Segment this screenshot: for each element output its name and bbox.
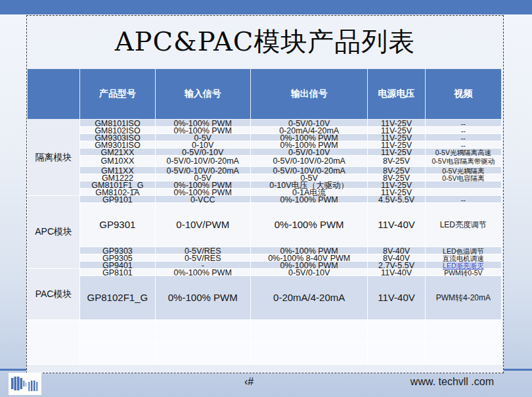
header-row: 产品型号输入信号输出信号电源电压视频: [28, 69, 502, 120]
cell-video: 0-5V电容隔离: [425, 174, 501, 181]
group-label: 隔离模块: [28, 120, 80, 196]
cell-output: 0-5V/0-10V/0-20mA: [250, 156, 367, 167]
cell-video: --: [425, 196, 501, 203]
cell-voltage: 11V-25V: [368, 181, 425, 189]
cell-video: PWM转4-20mA: [425, 276, 501, 320]
cell-model: [80, 320, 155, 342]
cell-input: 0-5V/0-10V: [155, 149, 250, 156]
group-label: [28, 320, 80, 365]
website-url: www. techvll .com: [410, 376, 494, 388]
cell-voltage: 11V-25V: [368, 189, 425, 196]
cell-input: 0-5V: [155, 134, 250, 141]
cell-model: GM1222: [80, 174, 155, 181]
table-row: 隔离模块GM8101ISO0%-100% PWM0-5V/0-10V11V-25…: [28, 120, 502, 127]
cell-voltage: 8V-25V: [368, 174, 425, 181]
cell-video: LED亮度调节: [425, 203, 501, 247]
cell-video[interactable]: LED渐亮渐灭: [425, 262, 501, 269]
cell-video: 0-5V光耦隔离: [425, 167, 501, 174]
cell-model: GM9303ISO: [80, 134, 155, 141]
cell-voltage: 11V-25V: [368, 134, 425, 141]
cell-voltage: 8V-25V: [368, 167, 425, 174]
cell-voltage: 8V-40V: [368, 254, 425, 262]
table-row: [28, 342, 502, 365]
column-header: 输入信号: [155, 69, 250, 120]
cell-input: [155, 342, 250, 365]
cell-video: PWM转0-5V: [425, 269, 501, 276]
table-row: GP93030-5V/RES0%-100% PWM8V-40VLED色温调节: [28, 247, 502, 254]
cell-voltage: 8V-25V: [368, 156, 425, 167]
cell-voltage: 11V-25V: [368, 120, 425, 127]
cell-voltage: 4.5V-5.5V: [368, 196, 425, 203]
content-placeholder: APC&PAC模块产品列表 产品型号输入信号输出信号电源电压视频 隔离模块GM8…: [26, 15, 504, 373]
cell-input: 0-5V/0-10V/0-20mA: [155, 167, 250, 174]
table-row: GP8102F1_G0%-100% PWM0-20mA/4-20mA11V-40…: [28, 276, 502, 320]
group-label: PAC模块: [28, 269, 80, 320]
cell-model: GP9303: [80, 247, 155, 254]
cell-output: 0%-100% PWM: [250, 134, 367, 141]
cell-model: GM8101ISO: [80, 120, 155, 127]
cell-input: 0%-100% PWM: [155, 127, 250, 134]
cell-video: [425, 342, 501, 365]
cell-video: --: [425, 127, 501, 134]
cell-output: 0%-100% PWM: [250, 196, 367, 203]
cell-input: [155, 320, 250, 342]
cell-video: --: [425, 120, 501, 127]
table-row: PAC模块GP81010%-100% PWM0-5V/0-10V11V-40VP…: [28, 269, 502, 276]
cell-output: 0-5V/0-10V: [250, 149, 367, 156]
cell-voltage: 11V-40V: [368, 203, 425, 247]
cell-input: 0-5V/RES: [155, 247, 250, 254]
cell-video: 0-5V光耦隔离高速: [425, 149, 501, 156]
cell-input: 0%-100% PWM: [155, 189, 250, 196]
cell-model: GM10XX: [80, 156, 155, 167]
column-header: [28, 69, 80, 120]
slide-number: ‹#: [244, 376, 254, 388]
cell-video: LED色温调节: [425, 247, 501, 254]
table-row: GM8101F1_G0%-100% PWM0-10V电压（大驱动）11V-25V: [28, 181, 502, 189]
product-table: 产品型号输入信号输出信号电源电压视频 隔离模块GM8101ISO0%-100% …: [27, 68, 502, 365]
table-row: GP93050-5V/RES0%-100% 8-40V PWM8V-40V直流电…: [28, 254, 502, 262]
column-header: 电源电压: [368, 69, 425, 120]
cell-input: 0-10V/PWM: [155, 203, 250, 247]
cell-input: 0-5V/0-10V/0-20mA: [155, 156, 250, 167]
cell-input: 0%-100% PWM: [155, 269, 250, 276]
cell-input: 0-5V/RES: [155, 254, 250, 262]
cell-model: GP9301: [80, 203, 155, 247]
cell-model: GP9305: [80, 254, 155, 262]
cell-video: 0-5V电容隔离带驱动: [425, 156, 501, 167]
cell-output: 0-5V/0-10V/0-20mA: [250, 167, 367, 174]
cell-output: [250, 342, 367, 365]
cell-output: 0-5V/0-10V: [250, 120, 367, 127]
cell-model: GP8102F1_G: [80, 276, 155, 320]
cell-output: 0-20mA/4-20mA: [250, 276, 367, 320]
cell-voltage: 11V-40V: [368, 276, 425, 320]
cell-input: 0%-100% PWM: [155, 120, 250, 127]
cell-video: [425, 189, 501, 196]
cell-model: GM21XX: [80, 149, 155, 156]
cell-output: 0%-100% PWM: [250, 247, 367, 254]
footer: ‹# www. techvll .com: [0, 371, 532, 397]
cell-model: GP9401: [80, 262, 155, 269]
table-row: GM11XX0-5V/0-10V/0-20mA0-5V/0-10V/0-20mA…: [28, 167, 502, 174]
cell-model: GP8101: [80, 269, 155, 276]
table-row: GP93010-10V/PWM0%-100% PWM11V-40VLED亮度调节: [28, 203, 502, 247]
cell-output: 0-10V电压（大驱动）: [250, 181, 367, 189]
group-label: APC模块: [28, 196, 80, 269]
cell-output: 0-20mA/4-20mA: [250, 127, 367, 134]
company-logo: [9, 373, 41, 395]
cell-model: GM8101F1_G: [80, 181, 155, 189]
cell-voltage: 11V-25V: [368, 141, 425, 149]
cell-input: -: [155, 262, 250, 269]
cell-output: [250, 320, 367, 342]
cell-voltage: 8V-40V: [368, 247, 425, 254]
page-title: APC&PAC模块产品列表: [27, 16, 503, 67]
cell-model: GM9301ISO: [80, 141, 155, 149]
cell-model: GM8102ISO: [80, 127, 155, 134]
cell-voltage: 11V-25V: [368, 149, 425, 156]
table-row: GM12220-5V0-5V8V-25V0-5V电容隔离: [28, 174, 502, 181]
cell-video: --: [425, 134, 501, 141]
logo-bars-icon: [11, 375, 39, 393]
cell-output: 0-5V: [250, 174, 367, 181]
top-bar: [0, 0, 532, 14]
cell-output: 0-1A电流: [250, 189, 367, 196]
cell-input: 0%-100% PWM: [155, 181, 250, 189]
